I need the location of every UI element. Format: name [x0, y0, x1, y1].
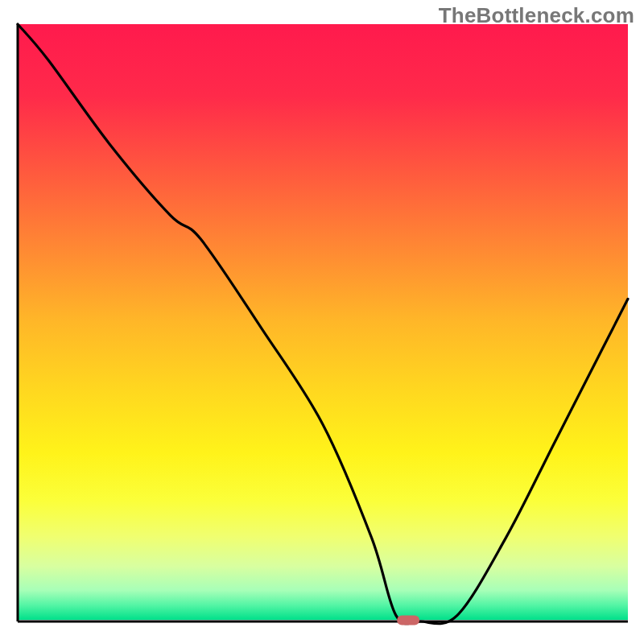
- optimum-marker: [397, 616, 419, 625]
- plot-area-group: [18, 24, 628, 625]
- plot-background: [18, 24, 628, 620]
- bottleneck-chart-svg: [0, 0, 644, 644]
- watermark-text: TheBottleneck.com: [439, 3, 634, 28]
- chart-container: TheBottleneck.com: [0, 0, 644, 644]
